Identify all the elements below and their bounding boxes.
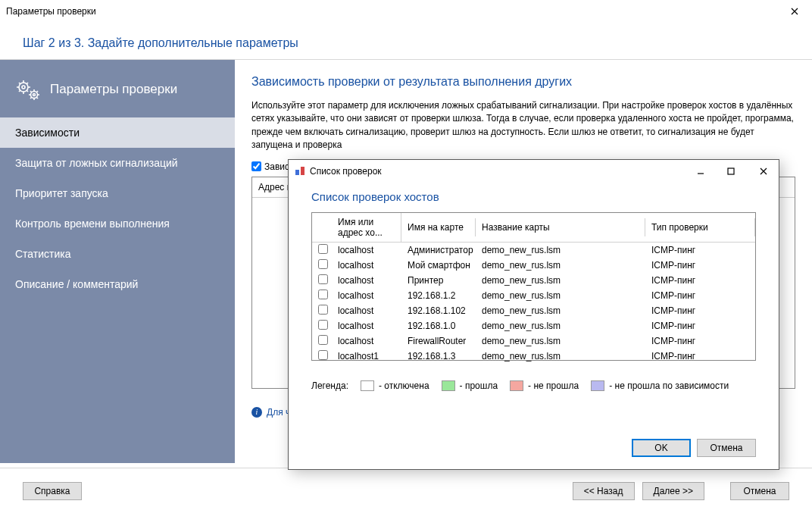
legend-label: Легенда: (311, 380, 348, 391)
row-checkbox[interactable] (318, 290, 328, 299)
modal-heading: Список проверок хостов (311, 190, 756, 203)
legend-item: - прошла (442, 380, 498, 391)
modal-footer: OK Отмена (289, 428, 779, 469)
gears-icon (15, 78, 41, 101)
table-row[interactable]: localhost192.168.1.0demo_new_rus.lsmICMP… (312, 318, 755, 333)
host-table-rows: localhostАдминистраторdemo_new_rus.lsmIC… (312, 243, 755, 364)
sidebar-item-label: Зависимости (15, 127, 80, 139)
wizard-footer: Справка << Назад Далее >> Отмена (0, 468, 812, 500)
row-checkbox[interactable] (318, 350, 328, 360)
cell-type: ICMP-пинг (645, 349, 755, 363)
cell-addr: localhost (332, 289, 401, 302)
row-checkbox[interactable] (318, 320, 328, 330)
svg-rect-6 (728, 168, 734, 174)
section-heading: Зависимость проверки от результата выпол… (251, 75, 795, 89)
svg-point-3 (33, 94, 36, 96)
cell-map: 192.168.1.3 (401, 349, 476, 363)
cell-addr: localhost (332, 274, 401, 287)
svg-rect-4 (295, 170, 299, 175)
host-table-header: Имя или адрес хо... Имя на карте Названи… (312, 213, 755, 243)
cell-card: demo_new_rus.lsm (476, 334, 645, 348)
hint-text: Для ч (267, 407, 290, 418)
cell-addr: localhost (332, 319, 401, 333)
cancel-button[interactable]: Отмена (730, 482, 789, 500)
close-icon[interactable] (777, 0, 812, 23)
legend-swatch (510, 380, 523, 391)
sidebar-item-statistics[interactable]: Статистика (0, 239, 235, 269)
cell-map: FirewallRouter (401, 334, 476, 348)
dependency-checkbox[interactable] (251, 161, 261, 171)
cell-addr: localhost1 (332, 349, 401, 363)
legend-text: - не прошла по зависимости (609, 380, 729, 391)
cell-addr: localhost (332, 304, 401, 318)
host-table: Имя или адрес хо... Имя на карте Названи… (311, 212, 756, 361)
row-checkbox[interactable] (318, 335, 328, 345)
cell-map: 192.168.1.0 (401, 319, 476, 333)
next-button[interactable]: Далее >> (642, 482, 705, 500)
section-description: Используйте этот параметр для исключения… (251, 99, 795, 152)
modal-titlebar: Список проверок (289, 160, 779, 183)
legend-item: - не прошла по зависимости (591, 380, 729, 391)
cell-type: ICMP-пинг (645, 334, 755, 348)
sidebar: Параметры проверки Зависимости Защита от… (0, 60, 235, 463)
cell-addr: localhost (332, 243, 401, 257)
cell-card: demo_new_rus.lsm (476, 258, 645, 272)
modal-app-icon (295, 165, 305, 178)
legend-item: - отключена (361, 380, 429, 391)
row-checkbox[interactable] (318, 244, 328, 254)
sidebar-item-label: Приоритет запуска (15, 187, 108, 199)
legend-swatch (591, 380, 604, 391)
cell-type: ICMP-пинг (645, 243, 755, 257)
cell-map: Администратор (401, 243, 476, 257)
legend-items: - отключена- прошла- не прошла- не прошл… (361, 380, 729, 391)
legend-swatch (361, 380, 374, 391)
sidebar-header-label: Параметры проверки (50, 82, 177, 97)
row-checkbox[interactable] (318, 305, 328, 315)
sidebar-header: Параметры проверки (0, 70, 235, 117)
cell-card: demo_new_rus.lsm (476, 274, 645, 287)
table-row[interactable]: localhost1192.168.1.3demo_new_rus.lsmICM… (312, 349, 755, 364)
row-checkbox[interactable] (318, 274, 328, 284)
step-title: Шаг 2 из 3. Задайте дополнительные парам… (0, 23, 812, 55)
help-button[interactable]: Справка (23, 482, 82, 500)
svg-point-1 (22, 86, 25, 89)
legend-text: - прошла (460, 380, 498, 391)
sidebar-item-priority[interactable]: Приоритет запуска (0, 178, 235, 208)
modal-body: Список проверок хостов Имя или адрес хо.… (289, 183, 779, 428)
table-row[interactable]: localhostFirewallRouterdemo_new_rus.lsmI… (312, 333, 755, 349)
back-button[interactable]: << Назад (573, 482, 635, 500)
sidebar-item-description[interactable]: Описание / комментарий (0, 269, 235, 299)
maximize-icon[interactable] (718, 160, 744, 183)
minimize-icon[interactable] (688, 160, 714, 183)
legend-text: - отключена (379, 380, 429, 391)
col-check-type[interactable]: Тип проверки (645, 218, 755, 236)
cell-type: ICMP-пинг (645, 274, 755, 287)
cell-map: 192.168.1.2 (401, 289, 476, 302)
svg-point-2 (31, 92, 38, 99)
sidebar-item-dependencies[interactable]: Зависимости (0, 117, 235, 148)
sidebar-item-label: Статистика (15, 248, 71, 260)
table-row[interactable]: localhost192.168.1.2demo_new_rus.lsmICMP… (312, 288, 755, 303)
info-icon: i (251, 407, 262, 418)
legend-row: Легенда: - отключена- прошла- не прошла-… (311, 380, 756, 391)
col-name-or-addr[interactable]: Имя или адрес хо... (332, 213, 401, 242)
cell-map: 192.168.1.102 (401, 304, 476, 318)
col-name-on-map[interactable]: Имя на карте (401, 218, 476, 236)
table-row[interactable]: localhostПринтерdemo_new_rus.lsmICMP-пин… (312, 273, 755, 288)
row-checkbox[interactable] (318, 259, 328, 269)
cell-card: demo_new_rus.lsm (476, 243, 645, 257)
cell-addr: localhost (332, 258, 401, 272)
modal-cancel-button[interactable]: Отмена (697, 439, 756, 457)
table-row[interactable]: localhostМой смартфонdemo_new_rus.lsmICM… (312, 258, 755, 273)
ok-button[interactable]: OK (632, 439, 691, 457)
col-card-name[interactable]: Название карты (476, 218, 645, 236)
sidebar-item-false-alarms[interactable]: Защита от ложных сигнализаций (0, 148, 235, 178)
legend-text: - не прошла (528, 380, 579, 391)
table-row[interactable]: localhostАдминистраторdemo_new_rus.lsmIC… (312, 243, 755, 258)
cell-card: demo_new_rus.lsm (476, 319, 645, 333)
sidebar-item-timing[interactable]: Контроль времени выполнения (0, 208, 235, 239)
checklist-modal: Список проверок Список проверок хостов И… (288, 159, 779, 470)
table-row[interactable]: localhost192.168.1.102demo_new_rus.lsmIC… (312, 303, 755, 318)
window-title: Параметры проверки (6, 6, 777, 17)
close-icon[interactable] (748, 160, 779, 183)
